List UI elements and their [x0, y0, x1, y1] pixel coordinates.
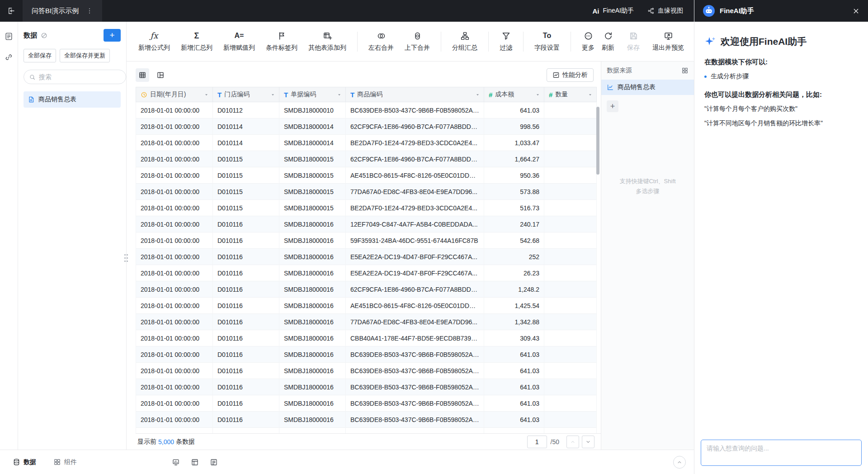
table-row[interactable]: 2018-01-01 00:00:00D010116SMDBJ18000016E… — [136, 265, 597, 281]
table-row[interactable]: 2018-01-01 00:00:00D010116SMDBJ18000016B… — [136, 379, 597, 395]
table-row[interactable]: 2018-01-01 00:00:00D010116SMDBJ18000016E… — [136, 249, 597, 265]
app-root: 问答BI演示示例 Ai FineAI助手 血缘视图 — [0, 0, 868, 474]
table-row[interactable]: 2018-01-01 00:00:00D010116SMDBJ180000167… — [136, 314, 597, 330]
toolbar-button-group[interactable]: 分组汇总 — [452, 31, 477, 52]
table-row[interactable]: 2018-01-01 00:00:00D010116SMDBJ180000166… — [136, 281, 597, 298]
toolbar-button-refresh[interactable]: 刷新 — [602, 31, 614, 52]
table-cell: D010116 — [213, 232, 279, 249]
table-cell: 252 — [484, 249, 544, 265]
exit-button[interactable] — [0, 0, 23, 22]
fineai-entry-button[interactable]: Ai FineAI助手 — [593, 7, 634, 15]
toolbar-button-filter[interactable]: 过滤 — [500, 31, 512, 52]
toolbar-button-preview[interactable]: 退出并预览 — [652, 31, 684, 52]
toolbar-button-save[interactable]: 保存 — [627, 31, 640, 52]
column-dropdown-icon[interactable] — [535, 92, 540, 97]
table-row[interactable]: 2018-01-01 00:00:00D010115SMDBJ180000157… — [136, 184, 597, 200]
save-all-button[interactable]: 全部保存 — [24, 49, 56, 62]
column-label: 门店编码 — [224, 90, 250, 99]
page-number-input[interactable] — [527, 436, 547, 448]
table-cell: 2018-01-01 00:00:00 — [136, 135, 213, 151]
section-title-1: 在数据模块下你可以: — [704, 58, 858, 66]
table-row[interactable]: 2018-01-01 00:00:00D010115SMDBJ18000015A… — [136, 167, 597, 184]
table-cell: D010115 — [213, 167, 279, 184]
layout-view-toggle[interactable] — [154, 68, 167, 82]
toolbar-button-merge-lr[interactable]: 左右合并 — [368, 31, 394, 52]
edit-form-icon[interactable] — [3, 30, 15, 43]
merge-lr-icon — [377, 31, 386, 41]
minimap-icon[interactable] — [681, 67, 689, 74]
collapse-bottombar-button[interactable] — [673, 456, 686, 469]
table-row[interactable]: 2018-01-01 00:00:00D010116SMDBJ18000016B… — [136, 346, 597, 363]
fineai-query-input[interactable] — [701, 440, 862, 466]
table-board-icon[interactable] — [191, 458, 199, 466]
column-dropdown-icon[interactable] — [204, 92, 209, 97]
column-dropdown-icon[interactable] — [475, 92, 480, 97]
toolbar-button-sigma[interactable]: Σ新增汇总列 — [181, 31, 212, 52]
bottom-tab-data[interactable]: 数据 — [13, 458, 36, 466]
table-cell — [544, 102, 597, 118]
toolbar-button-merge-tb[interactable]: 上下合并 — [405, 31, 430, 52]
table-row[interactable]: 2018-01-01 00:00:00D010116SMDBJ18000016C… — [136, 330, 597, 346]
document-tab[interactable]: 问答BI演示示例 — [23, 0, 102, 22]
table-row[interactable]: 2018-01-01 00:00:00D010114SMDBJ180000146… — [136, 118, 597, 135]
table-row[interactable]: 2018-01-01 00:00:00D010114SMDBJ18000014B… — [136, 135, 597, 151]
table-row[interactable]: 2018-01-01 00:00:00D010115SMDBJ180000156… — [136, 151, 597, 167]
table-list-item[interactable]: 商品销售总表 — [24, 91, 121, 108]
next-page-button[interactable] — [582, 436, 594, 448]
search-input[interactable] — [39, 73, 121, 81]
table-row[interactable]: 2018-01-01 00:00:00D010112SMDBJ18000010B… — [136, 102, 597, 118]
search-box[interactable] — [24, 70, 126, 84]
column-header-1[interactable]: T门店编码 — [213, 87, 279, 102]
close-icon[interactable] — [852, 7, 860, 15]
save-all-update-button[interactable]: 全部保存并更新 — [60, 49, 110, 62]
toolbar-button-assign[interactable]: A=新增赋值列 — [223, 31, 255, 52]
column-dropdown-icon[interactable] — [337, 92, 342, 97]
lineage-view-button[interactable]: 血缘视图 — [647, 7, 683, 15]
table-cell: SMDBJ18000016 — [279, 216, 346, 232]
table-cell: 2018-01-01 00:00:00 — [136, 249, 213, 265]
column-header-3[interactable]: T商品编码 — [346, 87, 484, 102]
data-connection-icon[interactable] — [3, 51, 15, 63]
toolbar-button-flag[interactable]: 条件标签列 — [266, 31, 297, 52]
table-row[interactable]: 2018-01-01 00:00:00D010120SMDBJ18000020B… — [136, 428, 597, 433]
table-cell: 309.43 — [484, 330, 544, 346]
ai-example-question[interactable]: "计算每个月每个客户的购买次数" — [704, 104, 858, 114]
ai-example-question[interactable]: "计算不同地区每个月销售额的环比增长率" — [704, 118, 858, 128]
datasource-item[interactable]: 商品销售总表 — [601, 80, 694, 95]
table-row[interactable]: 2018-01-01 00:00:00D010116SMDBJ18000016A… — [136, 298, 597, 314]
data-panel: 数据 + 全部保存 全部保存并更新 商品销售总表 — [18, 22, 127, 450]
bottom-tab-component[interactable]: 组件 — [53, 458, 77, 466]
previous-page-button[interactable] — [566, 436, 579, 448]
table-cell: 2018-01-01 00:00:00 — [136, 314, 213, 330]
list-board-icon[interactable] — [210, 458, 218, 466]
chart-board-icon[interactable] — [172, 458, 180, 466]
column-header-2[interactable]: T单据编码 — [279, 87, 346, 102]
toolbar-button-label: 新增汇总列 — [181, 44, 212, 52]
column-header-4[interactable]: #成本额 — [484, 87, 544, 102]
toolbar-button-fx[interactable]: ƒx新增公式列 — [138, 31, 170, 52]
collapse-panel-icon[interactable] — [41, 32, 47, 39]
panel-resize-handle[interactable] — [124, 253, 129, 263]
table-row[interactable]: 2018-01-01 00:00:00D010116SMDBJ180000165… — [136, 232, 597, 249]
vertical-scrollbar[interactable] — [596, 107, 599, 175]
column-header-0[interactable]: 日期(年月日) — [136, 87, 213, 102]
performance-analysis-button[interactable]: 性能分析 — [547, 68, 594, 82]
table-row[interactable]: 2018-01-01 00:00:00D010115SMDBJ18000015B… — [136, 200, 597, 216]
document-icon — [28, 96, 35, 103]
table-row[interactable]: 2018-01-01 00:00:00D010116SMDBJ18000016B… — [136, 395, 597, 412]
column-dropdown-icon[interactable] — [270, 92, 275, 97]
column-header-5[interactable]: #数量 — [544, 87, 597, 102]
grid-view-toggle[interactable] — [136, 68, 149, 82]
add-step-button[interactable]: + — [607, 100, 618, 112]
toolbar-button-more[interactable]: 更多 — [582, 31, 594, 52]
table-row[interactable]: 2018-01-01 00:00:00D010116SMDBJ18000016B… — [136, 363, 597, 379]
more-vertical-icon[interactable] — [86, 7, 93, 14]
toolbar-button-table-add[interactable]: 其他表添加列 — [308, 31, 346, 52]
column-dropdown-icon[interactable] — [588, 92, 593, 97]
add-table-button[interactable]: + — [104, 29, 121, 42]
table-row[interactable]: 2018-01-01 00:00:00D010116SMDBJ18000016B… — [136, 412, 597, 428]
column-header-inner: 日期(年月日) — [141, 90, 209, 99]
toolbar-button-field[interactable]: To字段设置 — [534, 31, 560, 52]
table-cell: BE2DA7F0-1E24-4729-BED3-3CDC0A2E4... — [346, 135, 484, 151]
table-row[interactable]: 2018-01-01 00:00:00D010116SMDBJ180000161… — [136, 216, 597, 232]
